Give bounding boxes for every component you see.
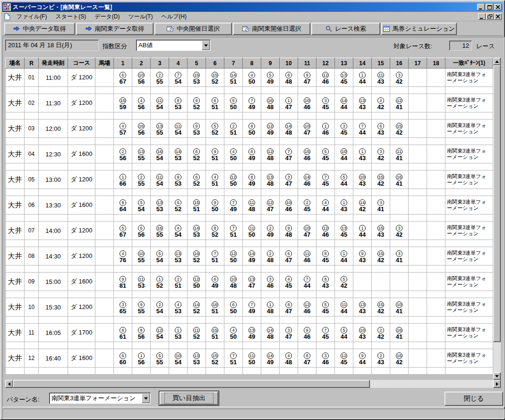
entry-cell[interactable]: 847	[298, 349, 317, 368]
entry-cell[interactable]: 951	[206, 145, 224, 163]
entry-cell[interactable]: 1444	[335, 94, 353, 112]
race-row[interactable]: 大井1015:30ダ 12003659552544531452165165074…	[6, 298, 493, 317]
entry-cell[interactable]: 1046	[298, 94, 317, 112]
going-cell[interactable]	[95, 145, 114, 163]
going-cell[interactable]	[95, 120, 114, 138]
pattern-cell[interactable]: 南関東3連単フォーメーション	[445, 94, 493, 112]
central-raceday-select-button[interactable]: 中央開催日選択	[154, 23, 232, 35]
pattern-cell[interactable]: 南関東3連単フォーメーション	[445, 171, 493, 189]
entry-cell[interactable]	[409, 247, 427, 266]
entry-cell[interactable]: 1651	[206, 298, 224, 317]
entry-cell[interactable]	[409, 196, 427, 214]
entry-cell[interactable]: 1559	[114, 94, 132, 112]
entry-cell[interactable]	[427, 120, 445, 138]
entry-cell[interactable]: 251	[169, 273, 188, 291]
entry-cell[interactable]: 853	[169, 94, 188, 112]
entry-cell[interactable]: 1348	[261, 171, 280, 189]
race-no-cell[interactable]: 12	[25, 349, 39, 368]
entry-cell[interactable]: 850	[243, 120, 261, 138]
scroll-up-button[interactable]	[493, 58, 501, 65]
entry-cell[interactable]: 1152	[188, 324, 206, 342]
entry-cell[interactable]: 1154	[151, 94, 169, 112]
entry-cell[interactable]: 456	[132, 94, 151, 112]
scroll-right-button[interactable]	[493, 380, 501, 388]
entry-cell[interactable]: 647	[280, 247, 298, 266]
entry-cell[interactable]: 656	[132, 222, 151, 240]
course-cell[interactable]: ダ 1200	[68, 69, 95, 87]
entry-cell[interactable]: 1353	[169, 247, 188, 266]
going-cell[interactable]	[95, 171, 114, 189]
entry-cell[interactable]: 1654	[151, 145, 169, 163]
race-no-cell[interactable]: 11	[25, 324, 39, 342]
entry-cell[interactable]: 1154	[151, 171, 169, 189]
entry-cell[interactable]: 1551	[206, 324, 224, 342]
entry-cell[interactable]: 345	[335, 120, 353, 138]
entry-cell[interactable]: 347	[280, 171, 298, 189]
entry-cell[interactable]: 249	[261, 222, 280, 240]
entry-cell[interactable]: 744	[353, 120, 372, 138]
entry-cell[interactable]: 1248	[261, 145, 280, 163]
entry-cell[interactable]: 1246	[317, 222, 335, 240]
entry-cell[interactable]: 256	[114, 145, 132, 163]
entry-cell[interactable]: 848	[280, 69, 298, 87]
entry-cell[interactable]: 1542	[372, 247, 390, 266]
going-cell[interactable]	[95, 222, 114, 240]
entry-cell[interactable]: 1246	[317, 69, 335, 87]
entry-cell[interactable]: 1655	[151, 222, 169, 240]
entry-cell[interactable]: 1154	[169, 120, 188, 138]
race-row[interactable]: 大井1216:40ダ 16006601565551054135315527511…	[6, 349, 493, 368]
entry-cell[interactable]: 1055	[132, 247, 151, 266]
entry-cell[interactable]: 1641	[390, 324, 409, 342]
entry-cell[interactable]	[409, 171, 427, 189]
entry-cell[interactable]: 248	[261, 247, 280, 266]
entry-cell[interactable]: 554	[132, 196, 151, 214]
pattern-cell[interactable]: 南関東3連単フォーメーション	[445, 349, 493, 368]
vertical-scrollbar[interactable]	[493, 58, 501, 380]
course-cell[interactable]: ダ 1200	[68, 247, 95, 266]
venue-cell[interactable]: 大井	[6, 298, 25, 317]
entry-cell[interactable]: 1153	[132, 273, 151, 291]
venue-cell[interactable]: 大井	[6, 196, 25, 214]
entry-cell[interactable]: 341	[372, 196, 390, 214]
entry-cell[interactable]: 1552	[206, 349, 224, 368]
venue-cell[interactable]: 大井	[6, 247, 25, 266]
time-cell[interactable]: 13:30	[39, 196, 68, 214]
entry-cell[interactable]: 445	[280, 273, 298, 291]
time-cell[interactable]: 16:05	[39, 324, 68, 342]
mdi-close-button[interactable]	[494, 13, 502, 20]
title-bar[interactable]: スーパーコンビ - [南関東レース一覧]	[2, 2, 503, 12]
horizontal-scrollbar-thumb[interactable]	[13, 380, 370, 388]
pattern-cell[interactable]: 南関東3連単フォーメーション	[445, 247, 493, 266]
chevron-down-icon[interactable]	[202, 41, 210, 50]
race-row[interactable]: 大井0312:00ダ 12004571656135511549535522518…	[6, 120, 493, 138]
venue-cell[interactable]: 大井	[6, 171, 25, 189]
menu-file[interactable]: ファイル(F)	[12, 12, 51, 22]
entry-cell[interactable]: 749	[243, 298, 261, 317]
entry-cell[interactable]: 1449	[243, 247, 261, 266]
entry-cell[interactable]: 751	[224, 222, 243, 240]
entry-cell[interactable]: 451	[206, 171, 224, 189]
entry-cell[interactable]: 1353	[151, 196, 169, 214]
menu-tools[interactable]: ツール(T)	[124, 12, 157, 22]
entry-cell[interactable]: 450	[243, 69, 261, 87]
entry-cell[interactable]: 948	[280, 222, 298, 240]
race-search-button[interactable]: レース検索	[311, 23, 380, 35]
entry-cell[interactable]: 457	[114, 120, 132, 138]
entry-cell[interactable]: 1446	[298, 171, 317, 189]
entry-cell[interactable]: 1056	[132, 69, 151, 87]
entry-cell[interactable]	[427, 247, 445, 266]
entry-cell[interactable]: 542	[335, 273, 353, 291]
entry-cell[interactable]: 147	[280, 94, 298, 112]
entry-cell[interactable]	[372, 273, 390, 291]
entry-cell[interactable]: 1046	[280, 196, 298, 214]
entry-cell[interactable]	[427, 222, 445, 240]
entry-cell[interactable]: 1241	[390, 94, 409, 112]
entry-cell[interactable]: 745	[317, 171, 335, 189]
entry-cell[interactable]: 661	[114, 324, 132, 342]
entry-cell[interactable]: 255	[151, 69, 169, 87]
entry-cell[interactable]: 1345	[335, 222, 353, 240]
entry-cell[interactable]: 1551	[188, 196, 206, 214]
pattern-cell[interactable]: 南関東3連単フォーメーション	[445, 145, 493, 163]
entry-cell[interactable]: 1542	[372, 171, 390, 189]
entry-cell[interactable]: 1254	[151, 324, 169, 342]
